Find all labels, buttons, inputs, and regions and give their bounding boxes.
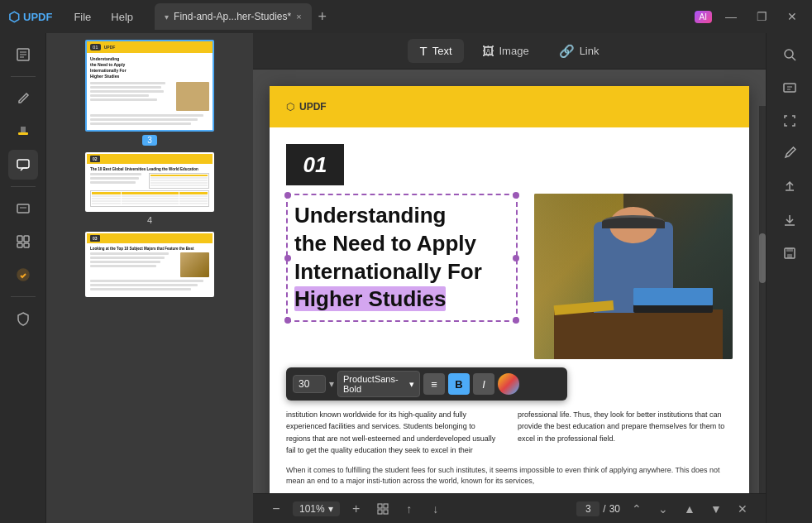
scrollbar-track[interactable] <box>759 106 766 493</box>
ai-badge[interactable]: AI <box>695 11 712 23</box>
thumb-title-2: The 10 Best Global Universities Leading … <box>90 167 209 171</box>
svg-rect-24 <box>786 248 793 252</box>
svg-rect-8 <box>17 236 22 242</box>
handle-br[interactable] <box>513 317 519 324</box>
sidebar-icon-comment[interactable] <box>8 150 38 180</box>
handle-ml[interactable] <box>284 255 291 262</box>
bold-button[interactable]: B <box>448 373 470 395</box>
scrollbar-thumb[interactable] <box>759 233 766 283</box>
laptop <box>633 288 713 313</box>
svg-rect-15 <box>378 510 382 514</box>
sidebar-icon-highlight[interactable] <box>8 117 38 146</box>
link-tool[interactable]: 🔗 Link <box>547 39 611 64</box>
edit-content-button[interactable] <box>775 139 805 169</box>
body-text-col1: institution known worldwide for its high… <box>286 410 724 454</box>
save-button[interactable] <box>775 238 805 268</box>
sidebar-divider-3 <box>11 296 36 297</box>
recognize-button[interactable] <box>775 106 805 136</box>
page-logo-text: UPDF <box>299 101 327 113</box>
thumbnail-item[interactable]: 01 UPDF Understandingthe Need to ApplyIn… <box>53 40 246 146</box>
current-page-input[interactable] <box>576 501 599 516</box>
search-button[interactable] <box>775 40 805 70</box>
page-number: 01 <box>303 152 327 178</box>
font-size-dropdown-icon[interactable]: ▾ <box>329 378 334 390</box>
annotation-toolbar: T Text 🖼 Image 🔗 Link <box>253 33 766 70</box>
updf-logo-diamond: ⬡ <box>286 101 294 113</box>
thumb-body-1 <box>90 82 209 111</box>
text-tool[interactable]: T Text <box>408 39 463 63</box>
scroll-list-next[interactable]: ▼ <box>706 499 726 519</box>
sidebar-icon-protect[interactable] <box>8 304 38 333</box>
svg-point-12 <box>17 269 29 281</box>
thumb-image-1 <box>176 82 209 111</box>
thumbnail-item-3[interactable]: 03 Looking at the Top 10 Subject Majors … <box>53 232 246 300</box>
image-content <box>534 194 733 359</box>
handle-bl[interactable] <box>284 317 291 324</box>
close-button[interactable]: ✕ <box>781 7 804 26</box>
help-menu[interactable]: Help <box>103 7 141 26</box>
file-menu[interactable]: File <box>65 7 99 26</box>
title-controls: AI — ❐ ✕ <box>695 7 804 26</box>
thumb-title-3: Looking at the Top 10 Subject Majors tha… <box>90 247 209 251</box>
sidebar-icon-sign[interactable] <box>8 260 38 290</box>
thumb-content-3: Looking at the Top 10 Subject Majors tha… <box>87 243 213 295</box>
app-logo-text: UPDF <box>23 11 52 23</box>
font-family-arrow: ▾ <box>409 379 414 390</box>
right-sidebar <box>766 33 812 523</box>
page-prev-button[interactable]: ⌃ <box>627 499 647 519</box>
font-family-dropdown[interactable]: ProductSans-Bold ▾ <box>337 371 420 397</box>
zoom-dropdown-icon[interactable]: ▾ <box>328 503 333 515</box>
sidebar-icon-organize[interactable] <box>8 227 38 257</box>
page-yellow-bar: ⬡ UPDF <box>270 86 749 127</box>
left-sidebar <box>0 33 46 523</box>
image-tool[interactable]: 🖼 Image <box>470 39 541 63</box>
align-button[interactable]: ≡ <box>423 373 445 395</box>
sidebar-icon-form[interactable] <box>8 194 38 223</box>
thumbnail-card-1[interactable]: 01 UPDF Understandingthe Need to ApplyIn… <box>85 40 214 132</box>
scroll-up-button[interactable]: ↑ <box>399 499 419 519</box>
title-line-4: Higher Studies <box>294 285 509 314</box>
svg-rect-13 <box>378 504 382 508</box>
zoom-out-button[interactable]: − <box>266 499 286 519</box>
font-size-input[interactable] <box>293 375 326 393</box>
italic-button[interactable]: I <box>473 373 494 395</box>
tab-close-icon[interactable]: × <box>296 12 301 22</box>
thumbnail-item-2[interactable]: 02 The 10 Best Global Universities Leadi… <box>53 152 246 225</box>
add-tab-button[interactable]: + <box>312 8 334 26</box>
sidebar-icon-edit[interactable] <box>8 84 38 113</box>
sidebar-icon-pages[interactable] <box>8 40 38 70</box>
download-button[interactable] <box>775 205 805 235</box>
bottom-bar: − 101% ▾ + ↑ ↓ / 30 ⌃ ⌄ ▲ ▼ ✕ <box>253 493 766 523</box>
pdf-viewer[interactable]: ⬡ UPDF 01 <box>253 70 766 493</box>
close-nav-button[interactable]: ✕ <box>733 499 752 519</box>
main-layout: 01 UPDF Understandingthe Need to ApplyIn… <box>0 33 812 523</box>
thumb-page-num-1: 01 <box>90 44 101 50</box>
restore-button[interactable]: ❐ <box>750 7 774 26</box>
tab-label: Find-and-Ap...her-Studies* <box>174 11 291 22</box>
svg-line-18 <box>792 57 795 60</box>
scroll-down-button[interactable]: ↓ <box>426 499 446 519</box>
link-icon: 🔗 <box>559 44 575 59</box>
color-picker-button[interactable] <box>498 373 519 395</box>
title-text-container: Understanding the Need to Apply Internat… <box>286 194 518 359</box>
zoom-display: 101% ▾ <box>293 501 340 516</box>
thumb-header-3: 03 <box>87 233 213 243</box>
title-selection-box[interactable]: Understanding the Need to Apply Internat… <box>286 194 518 322</box>
text-icon: T <box>419 44 427 58</box>
handle-tl[interactable] <box>284 192 291 199</box>
zoom-in-button[interactable]: + <box>346 499 366 519</box>
thumbnail-card-3[interactable]: 03 Looking at the Top 10 Subject Majors … <box>85 232 214 297</box>
share-button[interactable] <box>775 172 805 202</box>
page-nav-display: / 30 <box>576 501 620 516</box>
handle-mr[interactable] <box>513 255 519 262</box>
link-tool-label: Link <box>580 45 599 57</box>
handle-tr[interactable] <box>513 192 519 199</box>
page-next-button[interactable]: ⌄ <box>653 499 673 519</box>
active-tab[interactable]: ▾ Find-and-Ap...her-Studies* × <box>155 3 312 30</box>
thumbnail-card-2[interactable]: 02 The 10 Best Global Universities Leadi… <box>85 152 214 212</box>
fit-page-button[interactable] <box>373 499 393 519</box>
ocr-button[interactable] <box>775 73 805 103</box>
minimize-button[interactable]: — <box>719 7 743 26</box>
scroll-list-prev[interactable]: ▲ <box>680 499 700 519</box>
image-icon: 🖼 <box>482 44 494 58</box>
